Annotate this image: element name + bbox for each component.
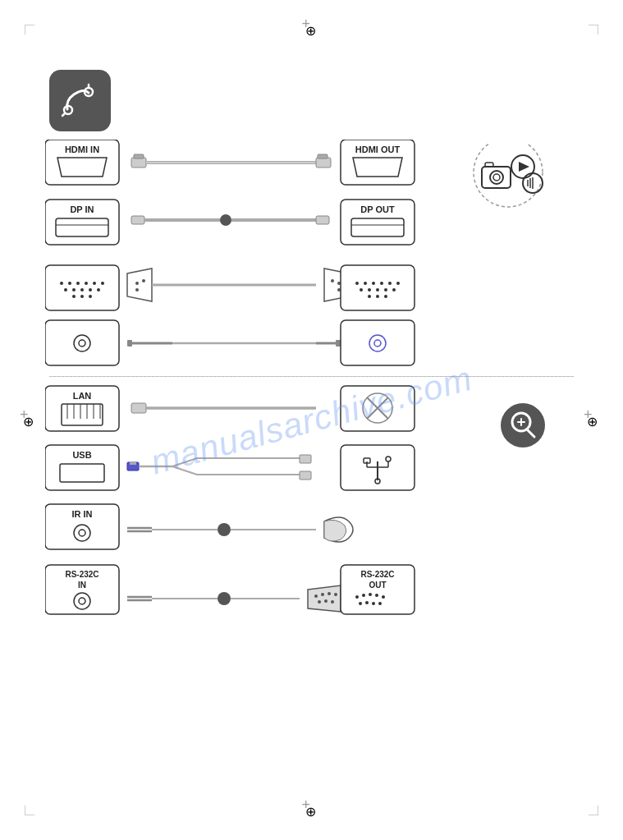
svg-point-156 [331,600,334,604]
svg-point-74 [380,282,383,285]
svg-point-163 [375,594,378,597]
svg-point-48 [68,282,71,285]
svg-rect-92 [336,340,341,347]
svg-point-54 [72,288,76,291]
svg-point-168 [378,602,382,605]
svg-rect-89 [127,340,132,347]
svg-rect-28 [318,154,328,158]
svg-point-47 [60,282,63,285]
svg-text:USB: USB [72,450,91,460]
svg-point-152 [328,592,331,595]
svg-point-161 [362,594,365,597]
svg-point-50 [85,282,88,285]
corner-mark-br [589,806,598,815]
svg-point-79 [376,288,379,291]
svg-rect-85 [45,320,119,365]
svg-point-153 [334,593,337,596]
svg-point-80 [384,288,387,291]
svg-point-58 [72,295,76,298]
svg-point-166 [365,601,369,604]
svg-point-81 [392,288,396,291]
svg-point-78 [368,288,371,291]
svg-text:OUT: OUT [369,581,386,590]
svg-line-117 [172,466,197,475]
svg-point-60 [89,295,92,298]
cable-icon [57,78,103,123]
svg-point-77 [360,288,363,291]
svg-line-3 [62,113,65,116]
svg-point-150 [314,594,318,598]
cable-icon-box [49,70,111,131]
svg-point-83 [376,295,379,298]
svg-point-151 [321,593,324,596]
crosshair-bottom: ⊕ [305,804,318,817]
svg-text:HDMI IN: HDMI IN [65,145,99,154]
svg-point-147 [218,592,231,605]
svg-text:LAN: LAN [73,391,92,401]
svg-point-76 [396,282,400,285]
svg-rect-41 [316,216,329,224]
corner-mark-tr [589,25,598,34]
svg-point-55 [80,288,84,291]
svg-point-57 [97,288,100,291]
svg-marker-149 [308,585,341,612]
crosshair-right: ⊕ [587,414,600,427]
svg-point-154 [318,600,321,604]
svg-text:IN: IN [78,581,86,590]
svg-marker-61 [127,269,152,301]
svg-point-51 [93,282,96,285]
svg-point-165 [359,602,362,605]
svg-text:IR IN: IR IN [71,509,92,519]
svg-rect-70 [341,265,415,310]
svg-point-73 [372,282,375,285]
svg-point-53 [64,288,67,291]
svg-point-164 [382,595,385,599]
svg-point-84 [384,295,387,298]
svg-point-64 [135,288,139,291]
svg-point-75 [388,282,392,285]
svg-text:RS-232C: RS-232C [360,570,394,579]
svg-point-49 [76,282,80,285]
svg-rect-37 [131,216,144,224]
corner-mark-tl [25,25,34,34]
svg-point-137 [218,523,231,536]
svg-rect-93 [341,320,415,365]
svg-point-82 [368,295,371,298]
svg-point-39 [220,214,231,226]
svg-point-68 [331,279,334,282]
corner-mark-bl [25,806,34,815]
crosshair-left: ⊕ [23,414,36,427]
svg-point-52 [101,282,104,285]
svg-text:RS-232C: RS-232C [65,570,98,579]
svg-point-63 [142,279,145,282]
svg-point-155 [324,599,328,603]
svg-point-62 [135,282,139,285]
crosshair-top: ⊕ [305,23,318,36]
svg-point-56 [89,288,92,291]
svg-rect-23 [131,158,146,168]
svg-rect-105 [131,403,146,413]
svg-text:DP OUT: DP OUT [360,204,395,214]
svg-point-72 [364,282,367,285]
svg-text:HDMI OUT: HDMI OUT [355,145,401,154]
svg-rect-121 [300,471,311,480]
svg-point-162 [369,593,372,596]
svg-rect-24 [134,154,144,158]
svg-rect-46 [45,265,119,310]
svg-point-71 [355,282,359,285]
svg-point-167 [372,602,375,605]
svg-line-116 [172,458,197,466]
connection-diagram: HDMI IN HDMI OUT DP IN DP OUT [45,140,562,632]
svg-rect-120 [300,455,311,463]
svg-point-160 [355,595,359,599]
svg-text:DP IN: DP IN [70,204,94,214]
svg-point-59 [80,295,84,298]
svg-rect-27 [316,158,331,168]
